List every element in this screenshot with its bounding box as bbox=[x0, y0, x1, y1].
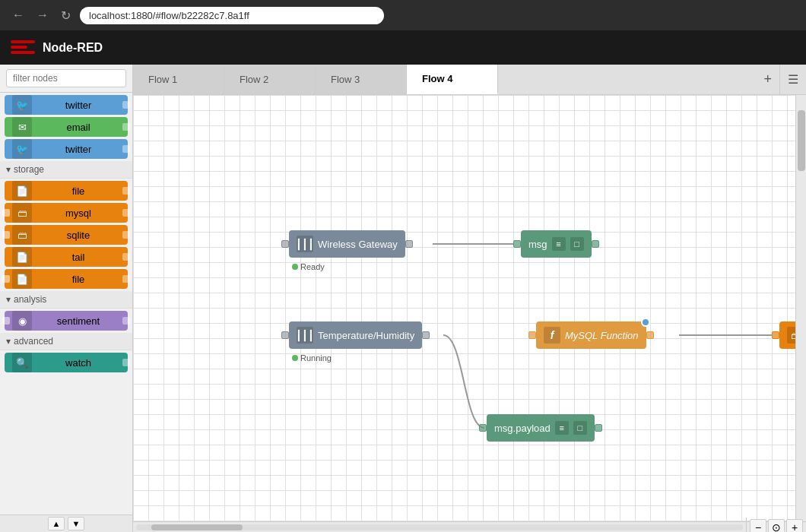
analysis-label: analysis bbox=[14, 294, 46, 305]
tab-flow3[interactable]: Flow 3 bbox=[316, 65, 407, 94]
back-button[interactable]: ← bbox=[9, 7, 27, 24]
wireless-gateway-inner: ┃┃┃ Wireless Gateway bbox=[289, 230, 405, 258]
chevron-down-icon-advanced: ▾ bbox=[6, 336, 11, 347]
msg-port-left[interactable] bbox=[513, 240, 521, 248]
msg-node[interactable]: msg ≡ □ bbox=[513, 230, 599, 258]
sidebar-search-container bbox=[0, 65, 132, 93]
mysql-function-label: MySQL Function bbox=[565, 330, 639, 341]
watch-port-right[interactable] bbox=[122, 359, 130, 366]
email-label: email bbox=[36, 122, 120, 133]
sidebar-scroll-down[interactable]: ▼ bbox=[68, 517, 84, 530]
sidebar-scroll-up[interactable]: ▲ bbox=[48, 517, 65, 530]
right-scrollbar-thumb[interactable] bbox=[798, 110, 805, 171]
sidebar: 🐦 twitter ✉ email 🐦 twitter bbox=[0, 65, 133, 532]
file2-port-right[interactable] bbox=[122, 275, 130, 283]
search-input[interactable] bbox=[6, 69, 126, 87]
mysql-function-port-right[interactable] bbox=[646, 331, 654, 339]
sidebar-node-tail[interactable]: 📄 tail bbox=[5, 247, 128, 267]
wireless-gateway-node[interactable]: ┃┃┃ Wireless Gateway Ready bbox=[281, 230, 413, 258]
logo-line-1 bbox=[11, 40, 35, 43]
sidebar-node-file1[interactable]: 📄 file bbox=[5, 181, 128, 201]
twitter1-port-right[interactable] bbox=[122, 101, 130, 109]
msg-port-right[interactable] bbox=[592, 240, 599, 248]
zoom-out-button[interactable]: − bbox=[750, 519, 766, 533]
tab-flow2[interactable]: Flow 2 bbox=[224, 65, 316, 94]
sqlite-port-left[interactable] bbox=[2, 231, 10, 239]
msg-close-icon[interactable]: □ bbox=[570, 237, 584, 251]
file2-port-left[interactable] bbox=[2, 275, 10, 283]
sidebar-node-sqlite[interactable]: 🗃 sqlite bbox=[5, 225, 128, 245]
wireless-gateway-port-left[interactable] bbox=[281, 240, 289, 248]
sidebar-node-file2[interactable]: 📄 file bbox=[5, 269, 128, 289]
sidebar-category-storage[interactable]: ▾ storage bbox=[0, 161, 132, 179]
tail-port-right[interactable] bbox=[122, 253, 130, 261]
sentiment-port-right[interactable] bbox=[122, 317, 130, 325]
tabs-bar: Flow 1 Flow 2 Flow 3 Flow 4 + ☰ bbox=[133, 65, 806, 95]
mysql-db-node[interactable]: 🗃 mysql bbox=[772, 321, 795, 349]
sidebar-category-advanced[interactable]: ▾ advanced bbox=[0, 333, 132, 350]
mysql-function-badge bbox=[641, 318, 650, 327]
sidebar-node-email[interactable]: ✉ email bbox=[5, 117, 128, 137]
msg-payload-port-left[interactable] bbox=[479, 424, 487, 432]
logo-line-2 bbox=[11, 46, 27, 49]
mysql-function-node[interactable]: f MySQL Function bbox=[528, 321, 654, 349]
sidebar-node-twitter2[interactable]: 🐦 twitter bbox=[5, 139, 128, 159]
temp-humidity-port-left[interactable] bbox=[281, 331, 289, 339]
mysql-db-inner: 🗃 mysql bbox=[779, 321, 795, 349]
temp-humidity-port-right[interactable] bbox=[422, 331, 430, 339]
sidebar-node-watch[interactable]: 🔍 watch bbox=[5, 353, 128, 372]
add-tab-button[interactable]: + bbox=[756, 65, 779, 94]
status-dot-ready bbox=[292, 264, 298, 270]
sidebar-node-sentiment[interactable]: ◉ sentiment bbox=[5, 311, 128, 331]
canvas-wrapper: ┃┃┃ Wireless Gateway Ready msg ≡ bbox=[133, 95, 806, 521]
msg-payload-list-icon[interactable]: ≡ bbox=[555, 421, 569, 435]
mysql-db-port-left[interactable] bbox=[772, 331, 779, 339]
temp-humidity-inner: ┃┃┃ Temperature/Humidity bbox=[289, 321, 422, 349]
file1-port-right[interactable] bbox=[122, 187, 130, 195]
tab-flow4[interactable]: Flow 4 bbox=[407, 65, 498, 94]
sidebar-category-analysis[interactable]: ▾ analysis bbox=[0, 291, 132, 309]
sidebar-content: 🐦 twitter ✉ email 🐦 twitter bbox=[0, 93, 132, 515]
tab-menu-button[interactable]: ☰ bbox=[779, 65, 806, 94]
sentiment-port-left[interactable] bbox=[2, 317, 10, 325]
scrollbar-track[interactable] bbox=[136, 524, 743, 530]
mysql-sidebar-icon: 🗃 bbox=[12, 203, 32, 223]
mysql-port-left[interactable] bbox=[2, 209, 10, 217]
twitter2-icon: 🐦 bbox=[12, 139, 32, 159]
temp-humidity-icon: ┃┃┃ bbox=[297, 327, 313, 344]
wireless-gateway-status: Ready bbox=[292, 262, 325, 271]
sqlite-port-right[interactable] bbox=[122, 231, 130, 239]
tail-label: tail bbox=[36, 252, 120, 263]
canvas[interactable]: ┃┃┃ Wireless Gateway Ready msg ≡ bbox=[133, 95, 795, 521]
email-port-right[interactable] bbox=[122, 123, 130, 131]
temp-humidity-node[interactable]: ┃┃┃ Temperature/Humidity Running bbox=[281, 321, 430, 349]
sentiment-label: sentiment bbox=[36, 315, 120, 327]
canvas-controls: − ⊙ + bbox=[746, 518, 806, 533]
mysql-function-port-left[interactable] bbox=[528, 331, 536, 339]
msg-payload-port-right[interactable] bbox=[595, 424, 602, 432]
file2-label: file bbox=[36, 274, 120, 285]
sqlite-icon: 🗃 bbox=[12, 225, 32, 245]
zoom-reset-button[interactable]: ⊙ bbox=[768, 519, 785, 533]
address-bar[interactable]: localhost:1880/#flow/b22282c7.8a1ff bbox=[80, 7, 384, 24]
mysql-port-right[interactable] bbox=[122, 209, 130, 217]
sidebar-node-mysql[interactable]: 🗃 mysql bbox=[5, 203, 128, 223]
wireless-gateway-label: Wireless Gateway bbox=[318, 239, 398, 250]
right-scrollbar[interactable] bbox=[795, 95, 806, 521]
mysql-function-inner: f MySQL Function bbox=[536, 321, 646, 349]
sidebar-node-twitter1[interactable]: 🐦 twitter bbox=[5, 95, 128, 115]
msg-list-icon[interactable]: ≡ bbox=[552, 237, 566, 251]
file2-icon: 📄 bbox=[12, 269, 32, 289]
email-icon: ✉ bbox=[12, 117, 32, 137]
msg-payload-node[interactable]: msg.payload ≡ □ bbox=[479, 414, 602, 442]
tab-flow1[interactable]: Flow 1 bbox=[133, 65, 224, 94]
wireless-gateway-port-right[interactable] bbox=[405, 240, 413, 248]
zoom-in-button[interactable]: + bbox=[786, 519, 803, 533]
connections-svg bbox=[133, 95, 795, 521]
scrollbar-thumb[interactable] bbox=[151, 524, 243, 530]
refresh-button[interactable]: ↻ bbox=[58, 7, 74, 24]
forward-button[interactable]: → bbox=[33, 7, 52, 24]
twitter2-port-right[interactable] bbox=[122, 145, 130, 153]
status-dot-running bbox=[292, 355, 298, 361]
msg-payload-close-icon[interactable]: □ bbox=[573, 421, 587, 435]
